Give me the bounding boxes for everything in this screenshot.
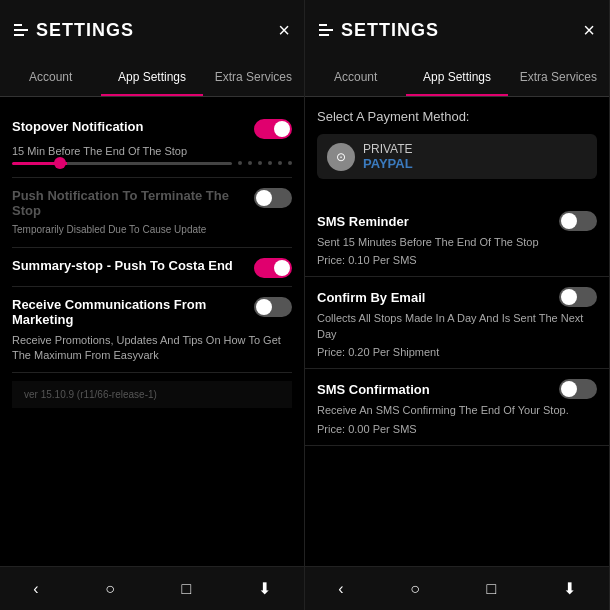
- back-button[interactable]: ‹: [23, 576, 48, 602]
- divider-2: [12, 247, 292, 248]
- stopover-sublabel: 15 Min Before The End Of The Stop: [12, 145, 292, 157]
- payment-option[interactable]: ⊙ PRIVATE PAYPAL: [317, 134, 597, 179]
- right-home-button[interactable]: ○: [400, 576, 430, 602]
- right-back-button[interactable]: ‹: [328, 576, 353, 602]
- right-recents-button[interactable]: □: [476, 576, 506, 602]
- sms-reminder-row: SMS Reminder Sent 15 Minutes Before The …: [305, 201, 609, 277]
- services-content: SMS Reminder Sent 15 Minutes Before The …: [305, 201, 609, 566]
- divider-3: [12, 286, 292, 287]
- left-panel: SETTINGS × Account App Settings Extra Se…: [0, 0, 305, 610]
- payment-method-label: Select A Payment Method:: [317, 109, 597, 124]
- paypal-text: PAYPAL: [363, 156, 413, 171]
- sms-confirmation-row: SMS Confirmation Receive An SMS Confirmi…: [305, 369, 609, 445]
- sms-confirmation-toggle[interactable]: [559, 379, 597, 399]
- confirm-email-price: Price: 0.20 Per Shipment: [317, 346, 597, 358]
- sms-confirmation-price: Price: 0.00 Per SMS: [317, 423, 597, 435]
- push-notification-section: Push Notification To Terminate The Stop …: [12, 188, 292, 235]
- right-header: SETTINGS ×: [305, 0, 609, 60]
- slider-dots: [238, 161, 292, 165]
- download-button[interactable]: ⬇: [248, 575, 281, 602]
- sms-reminder-price: Price: 0.10 Per SMS: [317, 254, 597, 266]
- payment-icon: ⊙: [327, 143, 355, 171]
- confirm-email-row: Confirm By Email Collects All Stops Made…: [305, 277, 609, 369]
- confirm-email-toggle[interactable]: [559, 287, 597, 307]
- left-tab-app-settings[interactable]: App Settings: [101, 60, 202, 96]
- left-close-button[interactable]: ×: [278, 19, 290, 42]
- stopover-label: Stopover Notification: [12, 119, 246, 134]
- right-panel-title: SETTINGS: [341, 20, 439, 41]
- dot-6: [288, 161, 292, 165]
- left-tabs: Account App Settings Extra Services: [0, 60, 304, 97]
- right-panel: SETTINGS × Account App Settings Extra Se…: [305, 0, 610, 610]
- slider-thumb: [54, 157, 66, 169]
- stopover-row: Stopover Notification: [12, 119, 292, 139]
- right-download-button[interactable]: ⬇: [553, 575, 586, 602]
- summary-stop-row: Summary-stop - Push To Costa End: [12, 258, 292, 278]
- stopover-notification-section: Stopover Notification 15 Min Before The …: [12, 119, 292, 165]
- right-tab-extra-services[interactable]: Extra Services: [508, 60, 609, 96]
- left-panel-title: SETTINGS: [36, 20, 134, 41]
- left-content: Stopover Notification 15 Min Before The …: [0, 97, 304, 566]
- communications-row: Receive Communications From Marketing: [12, 297, 292, 327]
- sms-confirmation-title: SMS Confirmation: [317, 382, 430, 397]
- left-title-group: SETTINGS: [14, 20, 134, 41]
- left-tab-extra-services[interactable]: Extra Services: [203, 60, 304, 96]
- confirm-email-desc: Collects All Stops Made In A Day And Is …: [317, 311, 597, 342]
- right-tab-app-settings[interactable]: App Settings: [406, 60, 507, 96]
- payment-details: PRIVATE PAYPAL: [363, 142, 413, 171]
- push-notification-row: Push Notification To Terminate The Stop: [12, 188, 292, 218]
- left-tab-account[interactable]: Account: [0, 60, 101, 96]
- divider-4: [12, 372, 292, 373]
- right-close-button[interactable]: ×: [583, 19, 595, 42]
- summary-stop-label: Summary-stop - Push To Costa End: [12, 258, 246, 273]
- summary-stop-toggle[interactable]: [254, 258, 292, 278]
- right-tabs: Account App Settings Extra Services: [305, 60, 609, 97]
- version-bar: ver 15.10.9 (r11/66-release-1): [12, 381, 292, 408]
- dot-5: [278, 161, 282, 165]
- dot-3: [258, 161, 262, 165]
- summary-stop-section: Summary-stop - Push To Costa End: [12, 258, 292, 278]
- settings-icon: [14, 24, 28, 36]
- stopover-slider[interactable]: [12, 161, 292, 165]
- divider-1: [12, 177, 292, 178]
- home-button[interactable]: ○: [95, 576, 125, 602]
- right-settings-icon: [319, 24, 333, 36]
- confirm-email-header: Confirm By Email: [317, 287, 597, 307]
- right-tab-account[interactable]: Account: [305, 60, 406, 96]
- communications-toggle[interactable]: [254, 297, 292, 317]
- slider-track: [12, 162, 232, 165]
- sms-confirmation-header: SMS Confirmation: [317, 379, 597, 399]
- payment-prefix: PRIVATE: [363, 142, 413, 156]
- confirm-email-title: Confirm By Email: [317, 290, 425, 305]
- push-notification-note: Temporarily Disabled Due To Cause Update: [12, 224, 292, 235]
- recents-button[interactable]: □: [171, 576, 201, 602]
- right-title-group: SETTINGS: [319, 20, 439, 41]
- sms-reminder-header: SMS Reminder: [317, 211, 597, 231]
- push-notification-toggle[interactable]: [254, 188, 292, 208]
- sms-confirmation-desc: Receive An SMS Confirming The End Of You…: [317, 403, 597, 418]
- push-notification-label: Push Notification To Terminate The Stop: [12, 188, 246, 218]
- right-bottom-nav: ‹ ○ □ ⬇: [305, 566, 609, 610]
- sms-reminder-toggle[interactable]: [559, 211, 597, 231]
- dot-1: [238, 161, 242, 165]
- dot-2: [248, 161, 252, 165]
- left-bottom-nav: ‹ ○ □ ⬇: [0, 566, 304, 610]
- payment-section: Select A Payment Method: ⊙ PRIVATE PAYPA…: [305, 97, 609, 201]
- communications-section: Receive Communications From Marketing Re…: [12, 297, 292, 364]
- sms-reminder-title: SMS Reminder: [317, 214, 409, 229]
- communications-desc: Receive Promotions, Updates And Tips On …: [12, 333, 292, 364]
- communications-label: Receive Communications From Marketing: [12, 297, 246, 327]
- left-header: SETTINGS ×: [0, 0, 304, 60]
- sms-reminder-desc: Sent 15 Minutes Before The End Of The St…: [317, 235, 597, 250]
- stopover-toggle[interactable]: [254, 119, 292, 139]
- dot-4: [268, 161, 272, 165]
